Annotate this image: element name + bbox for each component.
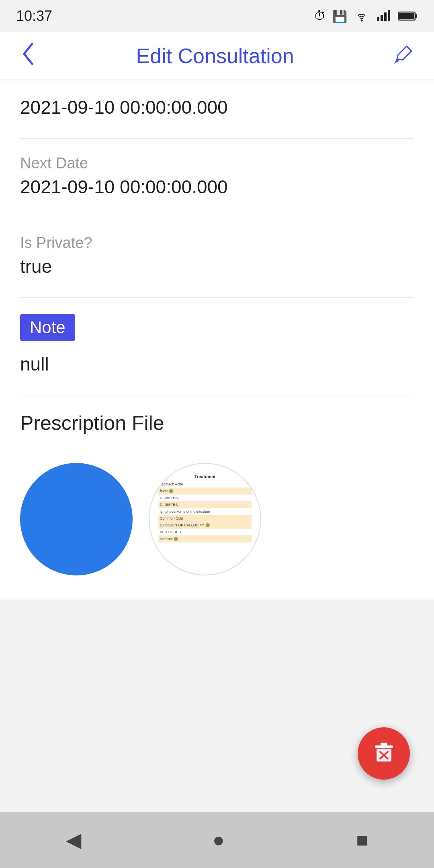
doc-row-8: cataract 🟢 <box>158 536 252 542</box>
next-date-section: Next Date 2021-09-10 00:00:00.000 <box>20 155 414 198</box>
signal-icon <box>376 10 391 22</box>
next-date-label: Next Date <box>20 155 414 172</box>
prescription-file-title: Prescription File <box>20 411 414 435</box>
is-private-value: true <box>20 256 414 277</box>
svg-rect-8 <box>375 745 393 748</box>
content-area: 2021-09-10 00:00:00.000 Next Date 2021-0… <box>0 80 434 600</box>
doc-preview: Treatment Stomach Ache fever 🟢 DIABETES … <box>155 469 255 569</box>
status-time: 10:37 <box>16 8 52 25</box>
svg-rect-7 <box>399 13 414 19</box>
doc-row-5: Common Cold <box>158 515 252 522</box>
status-icons: ⏱ 💾 <box>314 9 418 23</box>
note-value: null <box>20 353 414 375</box>
app-bar: Edit Consultation <box>0 32 434 80</box>
svg-rect-6 <box>415 14 417 18</box>
nav-back-button[interactable]: ◀ <box>58 820 89 860</box>
note-badge: Note <box>20 314 75 341</box>
svg-rect-2 <box>381 15 383 21</box>
prescription-file-section: Prescription File Treatment Stomach Ache… <box>20 411 414 583</box>
svg-rect-4 <box>388 10 390 21</box>
back-button[interactable] <box>16 38 40 74</box>
svg-rect-9 <box>381 743 387 745</box>
doc-row-2: DIABETES <box>158 495 252 502</box>
prescription-images-container: Treatment Stomach Ache fever 🟢 DIABETES … <box>20 455 414 583</box>
sd-card-icon: 💾 <box>332 9 347 23</box>
delete-fab-button[interactable] <box>358 727 410 780</box>
status-bar: 10:37 ⏱ 💾 <box>0 0 434 32</box>
svg-rect-1 <box>377 17 379 21</box>
doc-row-6: EXCISION OF CALLOCITY 🟢 <box>158 522 252 529</box>
divider-2 <box>20 218 414 218</box>
note-section: Note null <box>20 314 414 375</box>
next-date-value: 2021-09-10 00:00:00.000 <box>20 176 414 198</box>
edit-button[interactable] <box>390 40 418 72</box>
svg-rect-3 <box>384 12 387 21</box>
nav-home-button[interactable]: ● <box>205 820 233 860</box>
prescription-image-1[interactable] <box>20 463 133 575</box>
page-title: Edit Consultation <box>40 44 390 68</box>
navigation-bar: ◀ ● ■ <box>0 812 434 868</box>
trash-icon <box>371 741 397 767</box>
battery-icon <box>398 10 418 22</box>
divider-3 <box>20 297 414 298</box>
svg-point-0 <box>361 20 363 22</box>
doc-row-3: DIABETES <box>158 502 252 508</box>
is-private-section: Is Private? true <box>20 234 414 277</box>
doc-header: Treatment <box>158 473 252 481</box>
nav-recent-button[interactable]: ■ <box>348 820 376 860</box>
is-private-label: Is Private? <box>20 234 414 252</box>
consultation-date-value: 2021-09-10 00:00:00.000 <box>20 96 414 118</box>
prescription-image-2[interactable]: Treatment Stomach Ache fever 🟢 DIABETES … <box>149 463 261 575</box>
doc-row-1: fever 🟢 <box>158 488 252 495</box>
doc-row-0: Stomach Ache <box>158 481 252 488</box>
timer-icon: ⏱ <box>314 9 326 23</box>
consultation-date-section: 2021-09-10 00:00:00.000 <box>20 96 414 118</box>
divider-1 <box>20 138 414 139</box>
doc-row-4: lymphocerkorns of the intestine <box>158 508 252 515</box>
wifi-icon <box>354 10 370 22</box>
doc-row-7: BED SORES <box>158 529 252 536</box>
divider-4 <box>20 395 414 395</box>
